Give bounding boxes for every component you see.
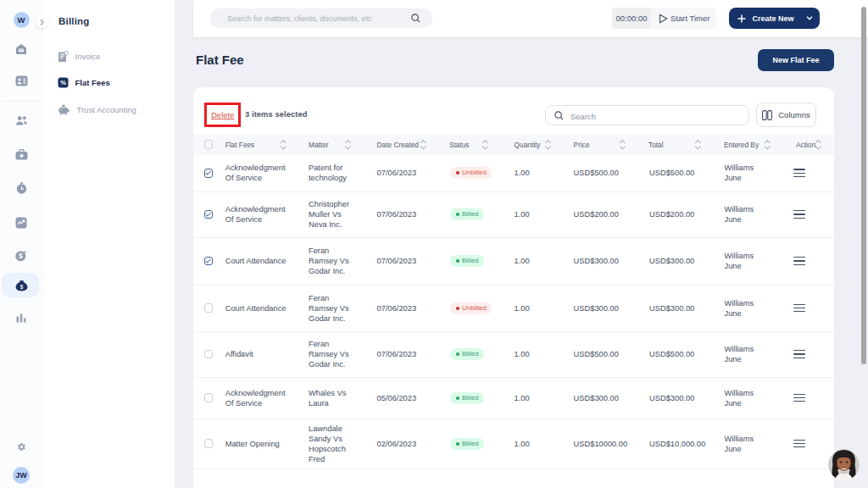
svg-text:%: % xyxy=(60,79,66,86)
svg-text:$: $ xyxy=(19,252,23,260)
svg-text:$: $ xyxy=(19,284,23,291)
